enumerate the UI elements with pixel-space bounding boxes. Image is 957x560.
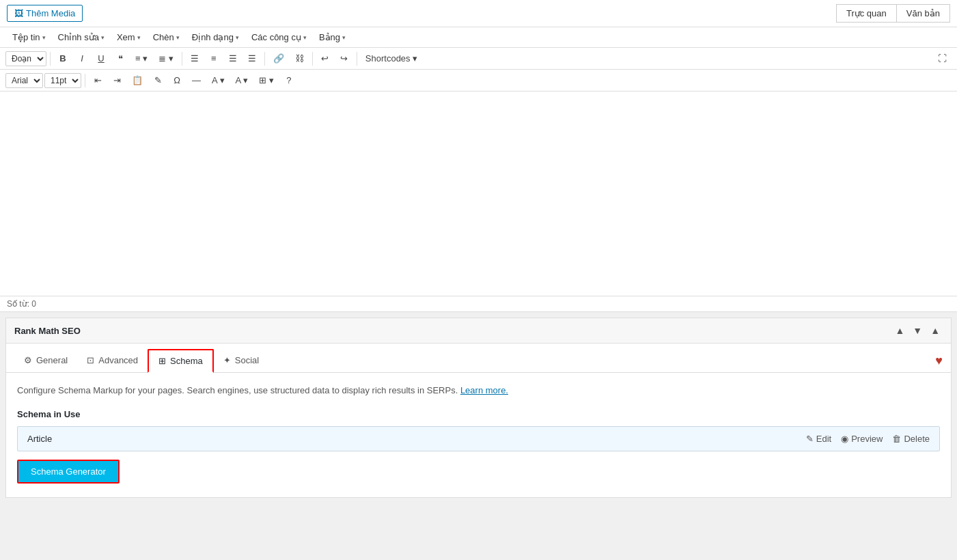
- toolbar-row1: Đoạn B I U ❝ ≡ ▾ ≣ ▾ ☰ ≡ ☰ ☰ 🔗 ⛓ ↩ ↪ Sho…: [0, 48, 957, 70]
- chevron-down-icon: ▾: [342, 34, 346, 41]
- link-button[interactable]: 🔗: [268, 51, 289, 66]
- indent-right-button[interactable]: ⇥: [108, 72, 126, 88]
- tab-general-label: General: [36, 355, 68, 365]
- menu-cac-cong-cu[interactable]: Các công cụ ▾: [246, 30, 312, 44]
- seo-panel-title: Rank Math SEO: [14, 326, 81, 336]
- collapse-down-button[interactable]: ▼: [910, 324, 925, 337]
- unlink-button[interactable]: ⛓: [290, 51, 309, 66]
- add-media-label: Thêm Media: [26, 8, 75, 18]
- word-count-bar: Số từ: 0: [0, 296, 957, 312]
- shortcodes-button[interactable]: Shortcodes ▾: [361, 51, 422, 66]
- menu-chen[interactable]: Chèn ▾: [148, 30, 185, 44]
- tab-social-label: Social: [235, 355, 259, 365]
- highlight-button[interactable]: ✎: [149, 72, 167, 88]
- collapse-up-button[interactable]: ▲: [892, 324, 907, 337]
- redo-button[interactable]: ↪: [335, 51, 353, 66]
- tab-social[interactable]: ✦ Social: [214, 350, 268, 372]
- align-left-button[interactable]: ☰: [186, 51, 204, 66]
- align-right-button[interactable]: ☰: [224, 51, 242, 66]
- trash-icon: 🗑: [892, 434, 901, 444]
- edit-icon: ✎: [806, 434, 814, 444]
- menu-xem[interactable]: Xem ▾: [111, 30, 146, 44]
- indent-left-button[interactable]: ⇤: [89, 72, 107, 88]
- chevron-down-icon: ▾: [236, 34, 239, 41]
- chevron-down-icon: ▾: [137, 34, 141, 41]
- seo-tabs: ⚙ General ⊡ Advanced ⊞ Schema ✦ Social ♥: [6, 344, 951, 373]
- van-ban-button[interactable]: Văn bản: [896, 4, 950, 23]
- chevron-down-icon: ▾: [101, 34, 105, 41]
- eye-icon: ◉: [841, 434, 848, 444]
- tab-schema-label: Schema: [170, 356, 203, 366]
- truc-quan-button[interactable]: Trực quan: [836, 4, 896, 23]
- toggle-panel-button[interactable]: ▲: [928, 324, 943, 337]
- word-count-label: Số từ: 0: [7, 299, 36, 309]
- panel-controls: ▲ ▼ ▲: [892, 324, 943, 337]
- help-button[interactable]: ?: [280, 72, 298, 88]
- divider: [50, 52, 51, 66]
- delete-button[interactable]: 🗑 Delete: [892, 434, 930, 444]
- divider: [357, 52, 357, 66]
- tab-general[interactable]: ⚙ General: [14, 350, 77, 372]
- divider: [264, 52, 265, 66]
- undo-button[interactable]: ↩: [316, 51, 334, 66]
- menu-bang[interactable]: Bảng ▾: [314, 30, 351, 44]
- edit-button[interactable]: ✎ Edit: [806, 434, 831, 444]
- tab-schema[interactable]: ⊞ Schema: [148, 349, 214, 373]
- blockquote-button[interactable]: ❝: [111, 51, 129, 66]
- divider: [312, 52, 313, 66]
- cut-paste-button[interactable]: 📋: [127, 72, 148, 88]
- seo-panel: Rank Math SEO ▲ ▼ ▲ ⚙ General ⊡ Advanced…: [5, 318, 952, 498]
- chevron-down-icon: ▾: [176, 34, 180, 41]
- divider: [85, 74, 85, 87]
- bold-button[interactable]: B: [54, 51, 72, 66]
- top-bar: 🖼 Thêm Media Trực quan Văn bản: [0, 0, 957, 27]
- menu-dinh-dang[interactable]: Định dạng ▾: [186, 30, 245, 44]
- article-label: Article: [27, 434, 52, 444]
- preview-button[interactable]: ◉ Preview: [841, 434, 883, 444]
- editor-area[interactable]: [0, 92, 957, 296]
- fullscreen-button[interactable]: ⛶: [933, 51, 952, 66]
- learn-more-link[interactable]: Learn more.: [460, 385, 508, 395]
- size-select[interactable]: 11pt: [44, 73, 81, 88]
- ordered-list-button[interactable]: ≣ ▾: [154, 51, 178, 66]
- menu-chinh-sua[interactable]: Chỉnh sửa ▾: [53, 30, 110, 44]
- table-button[interactable]: ⊞ ▾: [254, 72, 279, 88]
- underline-button[interactable]: U: [92, 51, 110, 66]
- schema-description: Configure Schema Markup for your pages. …: [17, 384, 940, 398]
- divider: [182, 52, 182, 66]
- gear-icon: ⚙: [24, 355, 32, 365]
- italic-button[interactable]: I: [73, 51, 91, 66]
- tab-advanced[interactable]: ⊡ Advanced: [77, 350, 148, 372]
- seo-panel-header: Rank Math SEO ▲ ▼ ▲: [6, 318, 951, 344]
- hr-button[interactable]: ―: [187, 72, 206, 88]
- menu-bar: Tệp tin ▾ Chỉnh sửa ▾ Xem ▾ Chèn ▾ Định …: [0, 27, 957, 48]
- add-media-button[interactable]: 🖼 Thêm Media: [7, 5, 83, 22]
- heart-icon: ♥: [935, 354, 943, 368]
- align-center-button[interactable]: ≡: [205, 51, 223, 66]
- chevron-down-icon: ▾: [303, 34, 307, 41]
- plus-icon: 🖼: [14, 8, 23, 18]
- schema-icon: ⊞: [158, 356, 166, 366]
- unordered-list-button[interactable]: ≡ ▾: [130, 51, 152, 66]
- chevron-down-icon: ▾: [42, 34, 46, 41]
- view-toggle: Trực quan Văn bản: [836, 4, 950, 23]
- schema-in-use-heading: Schema in Use: [17, 409, 940, 419]
- box-icon: ⊡: [87, 355, 94, 365]
- tab-advanced-label: Advanced: [98, 355, 138, 365]
- seo-content: Configure Schema Markup for your pages. …: [6, 373, 951, 497]
- toolbar-row2: Arial 11pt ⇤ ⇥ 📋 ✎ Ω ― A ▾ A ▾ ⊞ ▾ ?: [0, 70, 957, 92]
- justify-button[interactable]: ☰: [243, 51, 261, 66]
- font-color-button[interactable]: A ▾: [207, 72, 230, 88]
- font-select[interactable]: Arial: [5, 73, 43, 88]
- bg-color-button[interactable]: A ▾: [231, 72, 253, 88]
- article-actions: ✎ Edit ◉ Preview 🗑 Delete: [806, 434, 930, 444]
- format-select[interactable]: Đoạn: [5, 51, 46, 66]
- menu-tep-tin[interactable]: Tệp tin ▾: [7, 30, 51, 44]
- special-char-button[interactable]: Ω: [168, 72, 186, 88]
- social-icon: ✦: [223, 355, 231, 365]
- article-row: Article ✎ Edit ◉ Preview 🗑 Delete: [17, 426, 940, 451]
- schema-generator-button[interactable]: Schema Generator: [17, 460, 120, 484]
